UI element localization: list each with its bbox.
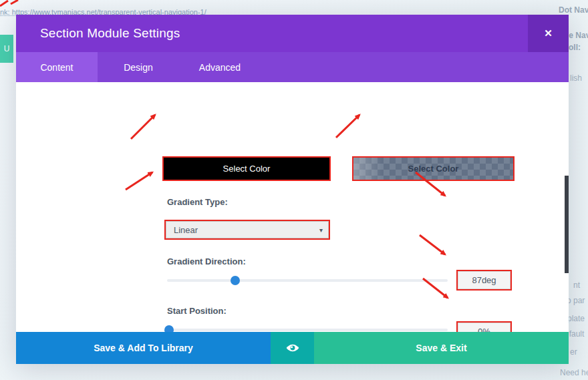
slider-handle[interactable]: [164, 325, 174, 332]
background-text: o par: [567, 296, 585, 305]
settings-content: Select Color Select Color Gradient Type:…: [16, 82, 569, 332]
modal-footer: Save & Add To Library Save & Exit: [16, 332, 569, 364]
slider-track[interactable]: [167, 279, 448, 282]
background-text: nt: [573, 280, 580, 290]
preview-eye-icon: [285, 340, 301, 356]
gradient-direction-label: Gradient Direction:: [167, 256, 246, 266]
second-color-select-button[interactable]: Select Color: [352, 156, 514, 181]
tab-design[interactable]: Design: [98, 52, 179, 82]
start-position-input[interactable]: 0%: [456, 321, 512, 332]
gradient-type-select[interactable]: Linear ▾: [164, 220, 330, 240]
gradient-type-label: Gradient Type:: [167, 197, 228, 207]
background-text: er: [570, 347, 577, 357]
save-and-exit-button[interactable]: Save & Exit: [314, 332, 569, 364]
modal-header: Section Module Settings ✕: [16, 15, 569, 52]
chevron-down-icon: ▾: [319, 226, 329, 234]
save-add-to-library-button[interactable]: Save & Add To Library: [16, 332, 271, 364]
tab-advanced[interactable]: Advanced: [179, 52, 261, 82]
gradient-direction-input[interactable]: 87deg: [456, 270, 512, 291]
gradient-direction-slider[interactable]: [167, 276, 448, 285]
preview-button[interactable]: [271, 332, 314, 364]
background-badge: U: [0, 35, 13, 63]
first-color-select-button[interactable]: Select Color: [162, 156, 331, 181]
tab-bar: Content Design Advanced: [16, 52, 569, 82]
background-text: lish: [570, 73, 582, 83]
background-text: Need help: [560, 368, 588, 377]
annotation-mark: [0, 1, 8, 6]
background-text: oll:: [569, 43, 581, 52]
slider-handle[interactable]: [231, 276, 240, 285]
modal-scrollbar-thumb[interactable]: [565, 176, 569, 273]
background-text: plate: [567, 314, 585, 323]
slider-track[interactable]: [167, 329, 448, 331]
close-icon: ✕: [544, 27, 553, 39]
close-button[interactable]: ✕: [528, 15, 569, 52]
annotation-mark: [11, 0, 18, 4]
section-module-settings-modal: Section Module Settings ✕ Content Design…: [16, 15, 569, 364]
start-position-label: Start Position:: [167, 306, 227, 316]
background-text: le Nav: [567, 31, 588, 40]
gradient-type-value: Linear: [166, 225, 319, 235]
tab-content[interactable]: Content: [16, 52, 98, 82]
start-position-slider[interactable]: [167, 325, 448, 332]
background-text: Dot Navi: [559, 5, 588, 15]
modal-title: Section Module Settings: [16, 26, 180, 41]
